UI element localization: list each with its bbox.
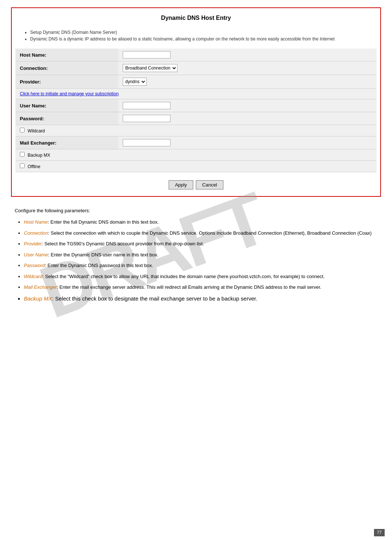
offline-row: Offline [15,161,377,172]
mail-exchanger-input[interactable] [123,139,170,146]
term-provider: Provider [24,241,42,246]
wildcard-cell: Wildcard [15,125,377,136]
list-item-6: Mail Exchanger: Enter the mail exchange … [24,284,377,291]
backup-mx-label-element[interactable]: Backup MX [20,153,50,158]
connection-row: Connection: Broadband Connection [15,61,377,75]
term-wildcard: Wildcard [24,274,42,279]
username-value-cell [118,99,377,112]
intro-text: Configure the following parameters: [15,208,377,213]
cancel-button[interactable]: Cancel [196,180,223,189]
host-name-row: Host Name: [15,49,377,61]
mail-exchanger-value-cell [118,136,377,149]
list-item-2: Provider: Select the TG590’s Dynamic DNS… [24,240,377,248]
offline-label-element[interactable]: Offline [20,164,40,169]
subscription-link[interactable]: Click here to initiate and manage your s… [15,89,377,99]
desc-wildcard: : Select the “Wildcard” check box to all… [42,274,324,279]
desc-mail-exchanger: : Enter the mail exchange server address… [57,284,321,290]
desc-connection: : Select the connection with which to co… [48,230,372,236]
info-box: Setup Dynamic DNS (Domain Name Server) D… [15,28,377,49]
term-password: Password [24,263,45,268]
desc-backup-mx: : Select this check box to designate the… [52,295,258,302]
mail-exchanger-row: Mail Exchanger: [15,136,377,149]
mail-exchanger-label: Mail Exchanger: [15,136,118,149]
list-item-5: Wildcard: Select the “Wildcard” check bo… [24,273,377,280]
provider-select[interactable]: dyndns [123,78,147,86]
provider-label: Provider: [15,75,118,89]
desc-password: : Enter the Dynamic DNS password in this… [45,263,153,268]
provider-row: Provider: dyndns [15,75,377,89]
username-input[interactable] [123,102,170,109]
connection-select[interactable]: Broadband Connection [123,64,177,72]
term-user-name: User Name [24,252,48,257]
host-name-value-cell [118,49,377,61]
form-title: Dynamic DNS Host Entry [15,12,377,24]
term-host-name: Host Name [24,219,48,225]
page: Dynamic DNS Host Entry Setup Dynamic DNS… [0,0,392,540]
host-name-label: Host Name: [15,49,118,61]
desc-user-name: : Enter the Dynamic DNS user name in thi… [48,252,159,257]
offline-label-text: Offline [28,164,40,169]
password-label: Password: [15,112,118,125]
password-value-cell [118,112,377,125]
desc-host-name: : Enter the full Dynamic DNS domain in t… [48,219,159,225]
info-bullet-1: Setup Dynamic DNS (Domain Name Server) [30,30,369,35]
desc-provider: : Select the TG590’s Dynamic DNS account… [42,241,204,246]
password-input[interactable] [123,115,170,122]
subscription-row: Click here to initiate and manage your s… [15,89,377,99]
wildcard-row: Wildcard [15,125,377,136]
password-row: Password: [15,112,377,125]
username-row: User Name: [15,99,377,112]
list-item-7: Backup MX: Select this check box to desi… [24,295,377,303]
button-row: Apply Cancel [15,176,377,192]
username-label: User Name: [15,99,118,112]
wildcard-label-text: Wildcard [28,128,45,134]
info-bullet-2: Dynamic DNS is a dynamic IP address to b… [30,36,369,42]
wildcard-label-element[interactable]: Wildcard [20,128,45,134]
list-item-0: Host Name: Enter the full Dynamic DNS do… [24,219,377,226]
list-item-3: User Name: Enter the Dynamic DNS user na… [24,251,377,259]
backup-mx-checkbox[interactable] [20,152,25,157]
content-section: Configure the following parameters: Host… [4,200,388,314]
dns-form-table: Host Name: Connection: Broadband Connect… [15,49,377,172]
backup-mx-label-text: Backup MX [28,153,50,158]
page-number: 77 [374,529,385,536]
host-name-input[interactable] [123,51,170,58]
provider-value-cell: dyndns [118,75,377,89]
backup-mx-cell: Backup MX [15,149,377,161]
form-panel: Dynamic DNS Host Entry Setup Dynamic DNS… [11,7,381,197]
offline-checkbox[interactable] [20,163,25,168]
backup-mx-row: Backup MX [15,149,377,161]
wildcard-checkbox[interactable] [20,128,25,132]
term-backup-mx: Backup MX [24,295,52,302]
term-connection: Connection [24,230,48,236]
apply-button[interactable]: Apply [169,180,193,189]
content-list: Host Name: Enter the full Dynamic DNS do… [15,219,377,303]
list-item-4: Password: Enter the Dynamic DNS password… [24,262,377,269]
list-item-1: Connection: Select the connection with w… [24,230,377,237]
offline-cell: Offline [15,161,377,172]
connection-label: Connection: [15,61,118,75]
term-mail-exchanger: Mail Exchanger [24,284,57,290]
connection-value-cell: Broadband Connection [118,61,377,75]
